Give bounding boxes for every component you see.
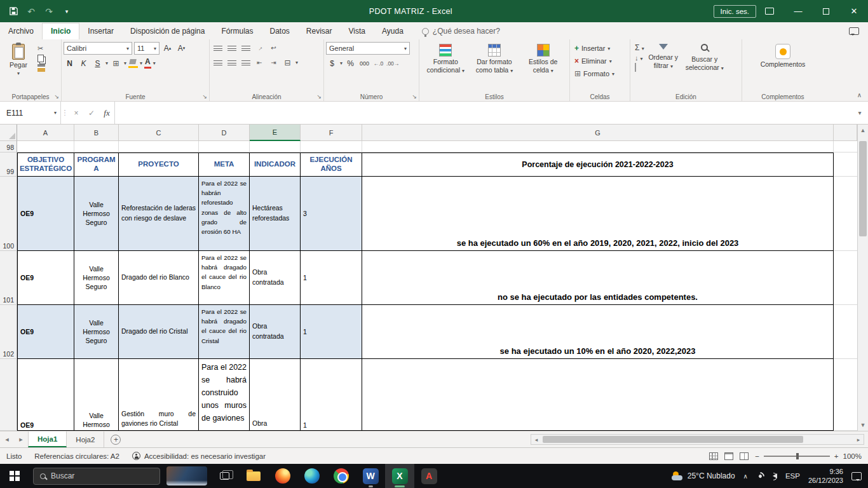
dialog-laun cher-icon[interactable]: ↘ <box>316 93 322 100</box>
enter-icon[interactable]: ✓ <box>84 102 99 124</box>
column-header-d[interactable]: D <box>199 125 250 141</box>
redo-icon[interactable]: ↷ <box>41 3 57 20</box>
cell-d100[interactable]: Para el 2022 se habrán reforestado zonas… <box>199 177 250 251</box>
cell-g100[interactable]: se ha ejecutado un 60% en el año 2019, 2… <box>362 177 834 251</box>
sheet-tab-hoja2[interactable]: Hoja2 <box>67 431 104 447</box>
underline-button[interactable]: S <box>92 57 104 69</box>
cell-g99[interactable]: Porcentaje de ejecución 2021-2022-2023 <box>362 152 834 177</box>
italic-button[interactable]: K <box>78 57 90 69</box>
format-painter-icon[interactable] <box>37 64 45 72</box>
cell-b103[interactable]: Valle Hermoso <box>74 359 119 431</box>
align-center-icon[interactable] <box>226 57 238 69</box>
cell-c100[interactable]: Reforestación de laderas con riesgo de d… <box>119 177 199 251</box>
row-header-99[interactable]: 99 <box>0 152 17 177</box>
cell-e101[interactable]: Obra contratada <box>250 251 301 305</box>
cell-g98[interactable] <box>362 141 834 152</box>
select-all-corner[interactable] <box>0 125 17 141</box>
cell-d101[interactable]: Para el 2022 se habrá dragado el cauce d… <box>199 251 250 305</box>
cell-f100[interactable]: 3 <box>301 177 362 251</box>
number-format-select[interactable]: General ▾ <box>326 42 410 55</box>
ribbon-display-options-icon[interactable] <box>765 8 774 15</box>
currency-dropdown-icon[interactable]: ▾ <box>340 60 342 66</box>
cell-f99[interactable]: EJECUCIÓN AÑOS <box>301 152 362 177</box>
orientation-icon[interactable]: → <box>251 39 268 57</box>
delete-cells-button[interactable]: × Eliminar ▾ <box>572 55 628 67</box>
align-right-icon[interactable] <box>240 57 252 69</box>
decrease-indent-icon[interactable]: ⇤ <box>254 57 266 69</box>
percent-format-button[interactable]: % <box>344 57 356 69</box>
page-layout-view-icon[interactable] <box>724 452 733 460</box>
column-header-b[interactable]: B <box>74 125 119 141</box>
notifications-icon[interactable] <box>851 472 862 480</box>
language-indicator[interactable]: ESP <box>785 472 800 480</box>
sheet-tab-hoja1[interactable]: Hoja1 <box>28 431 67 447</box>
align-bottom-icon[interactable] <box>240 42 252 54</box>
scroll-right-icon[interactable]: ▸ <box>853 437 864 443</box>
close-button[interactable]: ✕ <box>840 0 868 22</box>
cell-f102[interactable]: 1 <box>301 305 362 359</box>
row-header-101[interactable]: 101 <box>0 251 17 305</box>
increase-font-size-icon[interactable]: A▴ <box>161 43 173 55</box>
fill-icon[interactable]: ↓ ▾ <box>635 54 644 62</box>
quick-access-dropdown-icon[interactable]: ▾ <box>58 3 75 20</box>
cell-b102[interactable]: Valle Hermoso Seguro <box>74 305 119 359</box>
thousands-format-button[interactable]: 000 <box>358 57 370 69</box>
row-header-102[interactable]: 102 <box>0 305 17 359</box>
vertical-scroll-thumb[interactable] <box>859 141 867 236</box>
zoom-out-icon[interactable]: − <box>755 452 759 460</box>
edge-button[interactable] <box>297 464 327 488</box>
cell-d102[interactable]: Para el 2022 se habrá dragado el cauce d… <box>199 305 250 359</box>
firefox-button[interactable] <box>268 464 297 488</box>
cell-e99[interactable]: INDICADOR <box>250 152 301 177</box>
cell-e102[interactable]: Obra contratada <box>250 305 301 359</box>
sort-filter-button[interactable]: Ordenar y filtrar ▾ <box>644 42 682 92</box>
name-box-dropdown-icon[interactable]: ▾ <box>54 110 57 116</box>
cell-d98[interactable] <box>199 141 250 152</box>
cell-g103[interactable] <box>362 359 834 431</box>
addins-button[interactable]: Complementos <box>756 42 810 92</box>
cell-e98[interactable] <box>250 141 301 152</box>
cell-c103[interactable]: Gestión muro de gaviones rio Cristal <box>119 359 199 431</box>
decrease-font-size-icon[interactable]: A▾ <box>175 43 187 55</box>
align-left-icon[interactable] <box>212 57 224 69</box>
wrap-text-icon[interactable]: ↩ <box>268 42 280 54</box>
word-button[interactable]: W <box>356 464 385 488</box>
underline-dropdown-icon[interactable]: ▾ <box>105 60 108 66</box>
minimize-button[interactable]: — <box>784 0 812 22</box>
formula-bar-grip[interactable]: ⋮ <box>61 102 69 124</box>
taskbar-search[interactable]: Buscar <box>33 468 160 485</box>
merge-dropdown-icon[interactable]: ▾ <box>295 60 298 65</box>
font-color-dropdown-icon[interactable]: ▾ <box>153 60 156 66</box>
insert-cells-button[interactable]: + Insertar ▾ <box>572 42 628 55</box>
cell-c98[interactable] <box>119 141 199 152</box>
row-header-100[interactable]: 100 <box>0 177 17 251</box>
paste-button[interactable]: Pegar ▾ <box>2 42 35 92</box>
excel-button[interactable]: X <box>385 464 414 488</box>
column-header-e[interactable]: E <box>250 125 301 141</box>
new-sheet-button[interactable]: + <box>108 431 123 447</box>
font-color-icon[interactable]: A <box>144 58 151 68</box>
dialog-launcher-icon[interactable]: ↘ <box>202 93 207 100</box>
file-explorer-button[interactable] <box>239 464 268 488</box>
page-break-view-icon[interactable] <box>740 452 749 460</box>
cell-a103[interactable]: OE9 <box>17 359 74 431</box>
cell-g102[interactable]: se ha ejecutado un 10% en el año 2020, 2… <box>362 305 834 359</box>
maximize-button[interactable] <box>812 0 840 22</box>
dialog-launcher-icon[interactable]: ↘ <box>412 93 417 100</box>
font-name-select[interactable]: Calibri ▾ <box>64 42 132 55</box>
cell-b100[interactable]: Valle Hermoso Seguro <box>74 177 119 251</box>
cell-a100[interactable]: OE9 <box>17 177 74 251</box>
widgets-thumbnail[interactable] <box>166 466 207 485</box>
font-size-select[interactable]: 11 ▾ <box>134 42 159 55</box>
cell-c99[interactable]: PROYECTO <box>119 152 199 177</box>
tab-datos[interactable]: Datos <box>261 24 297 39</box>
scroll-up-icon[interactable]: ▲ <box>858 125 868 136</box>
copy-icon[interactable] <box>37 55 44 62</box>
acrobat-button[interactable]: A <box>414 464 444 488</box>
format-cells-button[interactable]: ⊞ Formato ▾ <box>572 67 628 80</box>
normal-view-icon[interactable] <box>709 452 718 460</box>
collapse-ribbon-icon[interactable]: ∧ <box>857 92 862 98</box>
borders-dropdown-icon[interactable]: ▾ <box>124 60 126 66</box>
sign-in-button[interactable]: Inic. ses. <box>714 5 756 18</box>
align-top-icon[interactable] <box>212 42 224 54</box>
